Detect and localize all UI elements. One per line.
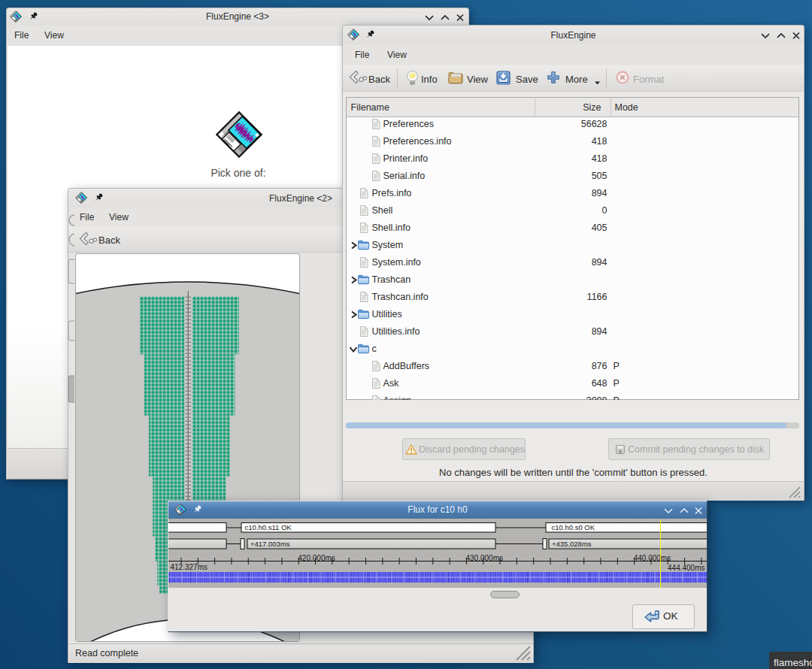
svg-text:430.000ms: 430.000ms bbox=[466, 554, 503, 562]
svg-text:c10.h0.s0 OK: c10.h0.s0 OK bbox=[552, 523, 595, 531]
svg-text:+417.003ms: +417.003ms bbox=[250, 540, 290, 548]
svg-text:444.400ms: 444.400ms bbox=[668, 564, 704, 572]
svg-text:420.000ms: 420.000ms bbox=[298, 554, 335, 562]
svg-text:440.000ms: 440.000ms bbox=[634, 554, 671, 562]
svg-text:c10.h0.s11 OK: c10.h0.s11 OK bbox=[245, 523, 292, 531]
svg-text:+435.028ms: +435.028ms bbox=[552, 540, 592, 548]
svg-text:412.327ms: 412.327ms bbox=[171, 563, 208, 571]
